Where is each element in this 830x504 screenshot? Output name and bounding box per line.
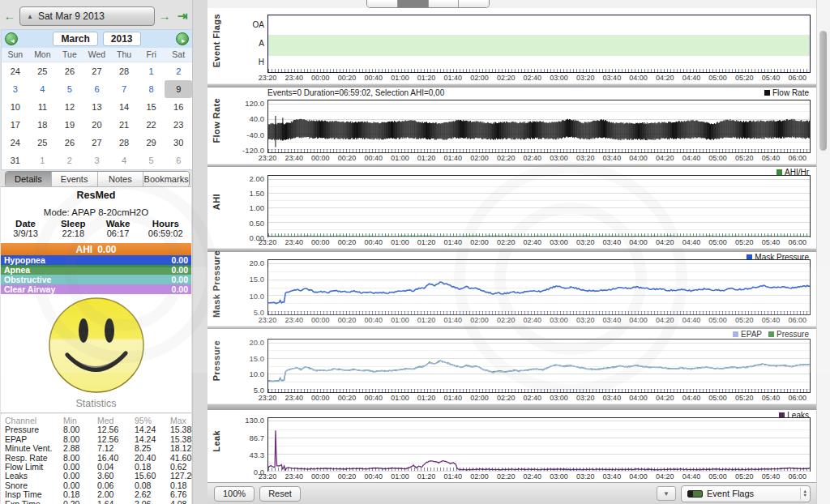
- tab-details[interactable]: Details: [6, 172, 52, 186]
- calendar-day[interactable]: 8: [138, 80, 165, 98]
- calendar-day[interactable]: 26: [56, 62, 83, 80]
- x-tick-label: 00:00: [311, 472, 330, 481]
- calendar-day[interactable]: 29: [138, 134, 165, 152]
- x-tick-label: 01:40: [444, 316, 463, 324]
- calendar-day[interactable]: 25: [29, 134, 57, 152]
- calendar-day[interactable]: 7: [110, 80, 138, 98]
- x-tick-label: 03:00: [550, 394, 568, 402]
- leak-plot[interactable]: [267, 417, 811, 472]
- calendar-day[interactable]: 3: [83, 152, 111, 169]
- calendar-day[interactable]: 20: [83, 116, 111, 134]
- calendar-day[interactable]: 27: [83, 62, 111, 80]
- x-tick-label: 23:20: [259, 394, 277, 402]
- scrollbar-thumb[interactable]: [819, 31, 827, 151]
- next-day-button[interactable]: →: [156, 7, 173, 25]
- calendar-day[interactable]: 30: [165, 134, 192, 152]
- summary-header: Date: [1, 219, 50, 229]
- calendar-day-selected[interactable]: 9: [165, 80, 192, 98]
- calendar-year-button[interactable]: 2013: [103, 32, 141, 46]
- x-tick-label: 01:20: [417, 74, 436, 82]
- x-axis-labels: 23:2023:4000:0000:2000:4001:0001:2001:40…: [267, 237, 811, 248]
- calendar-day[interactable]: 13: [83, 98, 111, 116]
- date-dropdown-button[interactable]: ▲ Sat Mar 9 2013: [19, 6, 155, 26]
- sidebar-splitter[interactable]: [192, 0, 209, 504]
- calendar-day[interactable]: 21: [110, 116, 138, 134]
- calendar-day[interactable]: 23: [165, 116, 192, 134]
- calendar-day[interactable]: 4: [110, 152, 138, 169]
- maskpressure-plot[interactable]: [267, 259, 811, 315]
- calendar-day[interactable]: 31: [2, 152, 29, 169]
- graph-selector-dropdown[interactable]: Event Flags ▲▼: [681, 485, 811, 502]
- reset-view-button[interactable]: Reset: [259, 486, 301, 502]
- event-row-label: Clear Airway: [4, 284, 55, 294]
- series-epap: [268, 361, 810, 382]
- zoom-100-button[interactable]: 100%: [214, 486, 255, 502]
- calendar-day[interactable]: 10: [2, 98, 29, 116]
- calendar-day[interactable]: 3: [2, 80, 29, 98]
- calendar-day[interactable]: 12: [56, 98, 83, 116]
- calendar-day[interactable]: 18: [29, 116, 57, 134]
- calendar-day[interactable]: 17: [2, 116, 29, 134]
- flowrate-plot[interactable]: [267, 100, 811, 153]
- tab-notes[interactable]: Notes: [98, 172, 144, 186]
- calendar-next-month-button[interactable]: ▸: [176, 32, 189, 45]
- eventflags-plot[interactable]: [267, 15, 811, 73]
- previous-day-button[interactable]: ←: [2, 7, 18, 25]
- calendar-day[interactable]: 25: [29, 62, 57, 80]
- calendar-day[interactable]: 11: [29, 98, 57, 116]
- x-tick-label: 01:00: [391, 154, 409, 162]
- calendar-day[interactable]: 5: [56, 80, 83, 98]
- main-tab-partial[interactable]: [398, 0, 429, 7]
- collapse-graphs-button[interactable]: ▼: [657, 486, 676, 501]
- tab-bookmarks[interactable]: Bookmarks: [143, 172, 189, 186]
- calendar-day[interactable]: 6: [83, 80, 111, 98]
- main-tab-partial[interactable]: [367, 0, 398, 7]
- main-tab-partial[interactable]: [429, 0, 460, 7]
- x-tick-label: 01:00: [391, 238, 409, 246]
- calendar-day[interactable]: 16: [165, 98, 192, 116]
- statistics-row: Minute Vent.2.887.128.2518.12: [5, 444, 187, 453]
- summary-header: Hours: [140, 219, 191, 229]
- vertical-scrollbar[interactable]: [816, 0, 830, 504]
- ahi-plot[interactable]: [267, 175, 811, 237]
- calendar-day-name: Fri: [138, 48, 165, 62]
- machine-brand-label: ResMed: [1, 187, 191, 201]
- calendar-day[interactable]: 19: [56, 116, 83, 134]
- stat-cell: Minute Vent.: [5, 444, 63, 453]
- x-tick-label: 05:20: [735, 316, 754, 324]
- statistics-row: Pressure8.0012.5614.2415.38: [5, 425, 187, 434]
- calendar-day[interactable]: 5: [138, 152, 165, 169]
- calendar-month-button[interactable]: March: [53, 32, 97, 46]
- last-day-button[interactable]: ⇥: [174, 7, 190, 25]
- calendar-day[interactable]: 28: [110, 134, 138, 152]
- calendar-day[interactable]: 28: [110, 62, 138, 80]
- calendar-day[interactable]: 1: [29, 152, 57, 169]
- calendar-day[interactable]: 14: [110, 98, 138, 116]
- x-tick-label: 02:40: [524, 316, 542, 324]
- calendar-day[interactable]: 6: [165, 152, 192, 169]
- calendar-day[interactable]: 27: [83, 134, 111, 152]
- calendar-day[interactable]: 24: [2, 62, 29, 80]
- calendar-day-name: Mon: [29, 48, 57, 62]
- x-tick-label: 02:00: [470, 74, 489, 82]
- x-tick-label: 00:40: [364, 316, 383, 324]
- calendar-day-name: Tue: [56, 48, 83, 62]
- y-tick-label: 1.50: [224, 189, 264, 198]
- calendar-day[interactable]: 15: [138, 98, 165, 116]
- main-view-tabs-partial[interactable]: [366, 0, 490, 8]
- y-axis-label: Flow Rate: [208, 88, 225, 153]
- calendar-day[interactable]: 26: [56, 134, 83, 152]
- calendar-day[interactable]: 2: [56, 152, 83, 169]
- calendar-day[interactable]: 2: [165, 62, 192, 80]
- calendar-day[interactable]: 24: [2, 134, 29, 152]
- calendar-day[interactable]: 1: [138, 62, 165, 80]
- tab-events[interactable]: Events: [52, 172, 98, 186]
- x-tick-label: 03:00: [550, 472, 568, 481]
- pressure-plot[interactable]: [267, 339, 811, 393]
- y-axis-label: Pressure: [208, 329, 225, 393]
- calendar-prev-month-button[interactable]: ◂: [5, 32, 18, 45]
- calendar-day[interactable]: 22: [138, 116, 165, 134]
- y-tick-label: 86.7: [224, 434, 264, 442]
- calendar-day[interactable]: 4: [29, 80, 57, 98]
- main-tab-partial[interactable]: [459, 0, 489, 7]
